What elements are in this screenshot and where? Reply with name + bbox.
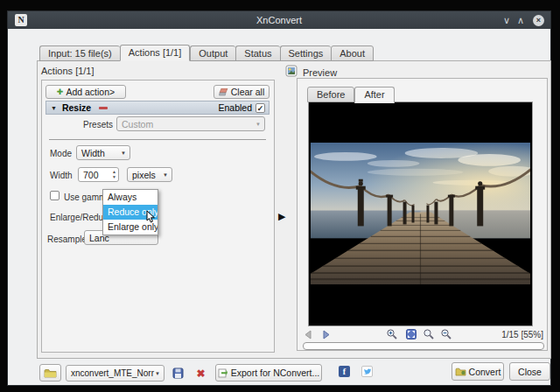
actions-panel-title: Actions [1/1] xyxy=(41,66,94,76)
splitter-handle[interactable]: ▶ xyxy=(278,211,285,222)
unit-combobox[interactable]: pixels ▼ xyxy=(127,167,172,182)
collapse-arrow-icon[interactable]: ▼ xyxy=(51,105,57,111)
export-label: Export for NConvert... xyxy=(231,368,320,378)
close-dialog-button[interactable]: Close xyxy=(509,362,550,381)
floppy-icon xyxy=(172,368,184,379)
width-label: Width xyxy=(50,171,73,180)
minimize-button[interactable]: ∨ xyxy=(500,11,514,29)
presets-label: Presets xyxy=(60,120,113,130)
add-action-label: Add action> xyxy=(66,87,115,97)
chevron-down-icon: ▼ xyxy=(155,370,160,375)
enabled-label: Enabled xyxy=(218,102,252,113)
chevron-down-icon: ▼ xyxy=(163,172,168,177)
mouse-cursor xyxy=(146,211,156,224)
tab-before[interactable]: Before xyxy=(307,87,354,102)
clear-all-button[interactable]: Clear all xyxy=(214,85,270,99)
add-action-button[interactable]: ✚ Add action> xyxy=(46,85,126,99)
image-counter: 1/15 [55%] xyxy=(477,330,543,340)
previous-image-button[interactable] xyxy=(302,328,315,341)
export-icon xyxy=(218,368,228,378)
profile-value: xnconvert_MTE_Norr xyxy=(71,368,154,378)
window-title: XnConvert xyxy=(8,15,550,25)
zoom-actual-size-icon[interactable] xyxy=(422,327,436,341)
convert-label: Convert xyxy=(469,367,501,377)
spinner-arrows-icon[interactable]: ▲▼ xyxy=(112,169,116,179)
presets-value: Custom xyxy=(122,119,153,130)
tab-input[interactable]: Input: 15 file(s) xyxy=(39,46,120,61)
convert-icon xyxy=(455,368,466,376)
divider xyxy=(49,139,266,140)
clear-all-label: Clear all xyxy=(231,87,265,97)
tab-about[interactable]: About xyxy=(331,46,374,61)
resize-action-header[interactable]: ▼ Resize Enabled ✓ xyxy=(46,101,270,115)
preview-tabbar: BeforeAfter xyxy=(307,86,395,103)
mode-combobox[interactable]: Width ▼ xyxy=(76,145,130,160)
width-value: 700 xyxy=(83,170,99,180)
zoom-out-icon[interactable] xyxy=(439,327,453,341)
gamma-checkbox[interactable] xyxy=(50,191,60,200)
delete-profile-button[interactable]: ✖ xyxy=(193,366,208,381)
preview-icon xyxy=(285,65,298,77)
zoom-in-icon[interactable] xyxy=(385,327,399,341)
convert-button[interactable]: Convert xyxy=(452,362,504,381)
main-tabbar: Input: 15 file(s) Actions [1/1] Output S… xyxy=(39,45,374,61)
tab-status[interactable]: Status xyxy=(235,46,279,61)
preview-title: Preview xyxy=(303,67,337,78)
folder-icon xyxy=(44,368,57,378)
close-button[interactable]: × xyxy=(533,15,544,26)
add-icon: ✚ xyxy=(57,88,64,96)
resize-action-title: Resize xyxy=(62,102,91,113)
profile-combobox[interactable]: xnconvert_MTE_Norr ▼ xyxy=(66,365,164,382)
enabled-checkbox[interactable]: ✓ xyxy=(256,103,265,113)
next-image-button[interactable] xyxy=(319,328,332,341)
eraser-icon xyxy=(219,88,228,96)
preview-progressbar xyxy=(303,342,544,350)
preview-image xyxy=(311,143,530,284)
open-profile-folder-button[interactable] xyxy=(39,364,61,382)
chevron-down-icon: ▼ xyxy=(121,150,126,155)
preview-viewport[interactable] xyxy=(308,102,533,326)
screen: N XnConvert ∨ ∧ × Input: 15 file(s) Acti… xyxy=(0,0,560,392)
tab-actions[interactable]: Actions [1/1] xyxy=(120,45,191,61)
tab-settings[interactable]: Settings xyxy=(280,46,332,61)
mode-label: Mode xyxy=(50,149,72,158)
close-label: Close xyxy=(518,367,542,377)
remove-action-icon[interactable] xyxy=(99,107,108,109)
menu-item-always[interactable]: Always xyxy=(103,190,158,205)
twitter-icon[interactable] xyxy=(361,366,373,377)
xnconvert-window: N XnConvert ∨ ∧ × Input: 15 file(s) Acti… xyxy=(7,10,551,386)
fit-to-window-icon[interactable] xyxy=(404,327,418,341)
tab-after[interactable]: After xyxy=(354,87,394,103)
save-profile-button[interactable] xyxy=(171,366,186,381)
resample-label: Resample xyxy=(47,234,87,244)
export-nconvert-button[interactable]: Export for NConvert... xyxy=(215,364,322,382)
maximize-button[interactable]: ∧ xyxy=(514,11,528,29)
titlebar[interactable]: N XnConvert ∨ ∧ × xyxy=(8,11,550,29)
tab-output[interactable]: Output xyxy=(190,46,235,61)
unit-value: pixels xyxy=(132,170,156,180)
chevron-down-icon: ▼ xyxy=(256,121,261,126)
presets-combobox[interactable]: Custom ▼ xyxy=(116,116,265,131)
width-spinner[interactable]: 700 ▲▼ xyxy=(78,167,119,182)
mode-value: Width xyxy=(81,148,105,158)
facebook-icon[interactable]: f xyxy=(339,366,350,377)
